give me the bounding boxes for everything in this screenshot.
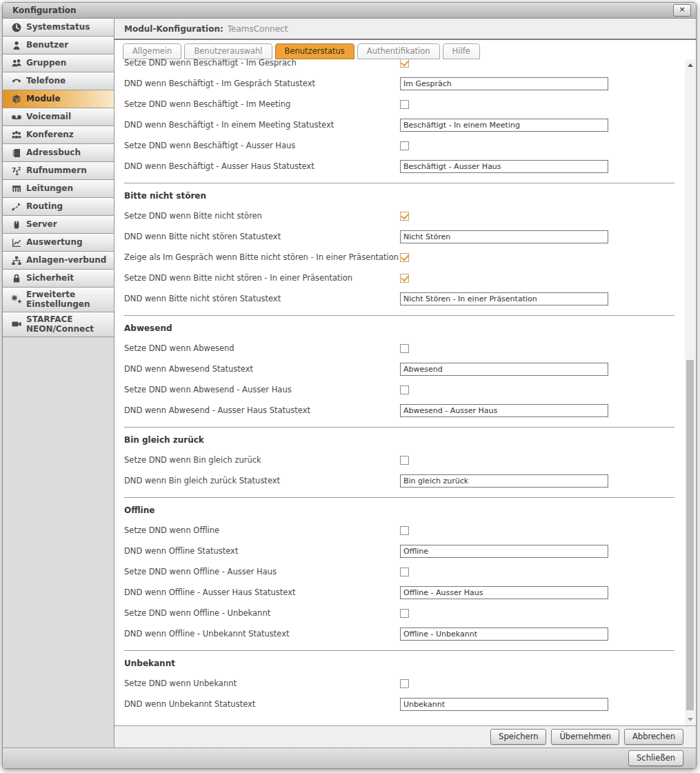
sidebar-item-module[interactable]: Module <box>3 90 114 108</box>
field-label: Setze DND wenn Bitte nicht stören <box>124 211 400 221</box>
form-row: Setze DND wenn Bitte nicht stören <box>124 205 684 226</box>
content-area: Modul-Konfiguration: TeamsConnect Allgem… <box>114 19 696 747</box>
apply-button[interactable]: Übernehmen <box>551 729 619 745</box>
sidebar-item-konferenz[interactable]: Konferenz <box>3 126 114 144</box>
sidebar-item-erweiterte-einstellungen[interactable]: Erweiterte Einstellungen <box>3 288 114 312</box>
section-divider <box>124 183 674 183</box>
tab-allgemein[interactable]: Allgemein <box>123 43 181 59</box>
sidebar-item-telefone[interactable]: Telefone <box>3 72 114 90</box>
checkbox[interactable] <box>400 568 409 576</box>
text-input[interactable] <box>400 363 608 376</box>
sidebar-item-label: Systemstatus <box>26 22 90 32</box>
checkbox[interactable] <box>400 274 409 283</box>
form-row: Setze DND wenn Beschäftigt - Ausser Haus <box>124 135 684 156</box>
sidebar-item-label: Server <box>26 219 57 229</box>
tab-authentifikation[interactable]: Authentifikation <box>357 43 440 59</box>
sidebar-item-label: Rufnummern <box>26 165 87 175</box>
book-icon <box>7 148 26 159</box>
section-title: Offline <box>124 501 684 520</box>
field-label: Setze DND wenn Beschäftigt - Ausser Haus <box>124 141 400 150</box>
sidebar-item-rufnummern[interactable]: 712Rufnummern <box>3 162 114 180</box>
save-button[interactable]: Speichern <box>490 729 546 745</box>
close-icon[interactable]: × <box>673 4 691 17</box>
sidebar-item-starface-neon-connect[interactable]: STARFACE NEON/Connect <box>3 312 114 337</box>
checkbox[interactable] <box>400 212 409 221</box>
sidebar-item-anlagen-verbund[interactable]: Anlagen-verbund <box>3 252 114 270</box>
form-row: DND wenn Unbekannt Statustext <box>124 694 684 714</box>
scroll-up-icon[interactable] <box>685 60 695 70</box>
tab-benutzerauswahl[interactable]: Benutzerauswahl <box>184 43 272 59</box>
sidebar-item-benutzer[interactable]: Benutzer <box>3 37 114 54</box>
checkbox[interactable] <box>400 609 409 618</box>
sidebar-item-systemstatus[interactable]: Systemstatus <box>3 19 114 37</box>
text-input[interactable] <box>400 404 608 417</box>
sidebar-item-label: Telefone <box>26 76 66 86</box>
sidebar-item-gruppen[interactable]: Gruppen <box>3 54 114 72</box>
form-row: DND wenn Offline - Ausser Haus Statustex… <box>124 582 684 603</box>
checkbox[interactable] <box>400 679 409 688</box>
text-input[interactable] <box>400 292 608 305</box>
field-label: Setze DND wenn Offline <box>124 525 400 535</box>
route-icon <box>7 201 26 212</box>
tab-bar: AllgemeinBenutzerauswahlBenutzerstatusAu… <box>114 40 696 59</box>
checkbox[interactable] <box>400 344 409 353</box>
text-input[interactable] <box>400 474 608 488</box>
cancel-button[interactable]: Abbrechen <box>624 729 683 745</box>
text-input[interactable] <box>400 545 608 558</box>
vertical-scrollbar[interactable] <box>685 59 695 725</box>
configuration-window: Konfiguration × SystemstatusBenutzerGrup… <box>2 2 697 769</box>
checkbox[interactable] <box>400 385 409 394</box>
field-label: DND wenn Abwesend Statustext <box>124 364 400 374</box>
numbers-icon: 712 <box>7 165 26 177</box>
sidebar-item-sicherheit[interactable]: Sicherheit <box>3 270 114 288</box>
tab-benutzerstatus[interactable]: Benutzerstatus <box>275 43 354 59</box>
scrollbar-thumb[interactable] <box>686 360 694 710</box>
advanced-icon <box>7 294 26 305</box>
text-input[interactable] <box>400 119 608 132</box>
field-label: DND wenn Offline - Ausser Haus Statustex… <box>124 588 400 597</box>
sidebar-item-adressbuch[interactable]: Adressbuch <box>3 144 114 162</box>
title-bar: Konfiguration × <box>3 3 696 19</box>
field-label: Setze DND wenn Beschäftigt - Im Gespräch <box>124 59 400 68</box>
text-input[interactable] <box>400 628 608 641</box>
form-row: Setze DND wenn Beschäftigt - Im Meeting <box>124 94 684 114</box>
checkbox[interactable] <box>400 253 409 262</box>
form-row: DND wenn Bitte nicht stören Statustext <box>124 288 684 309</box>
form-row: Setze DND wenn Offline - Unbekannt <box>124 603 684 623</box>
close-window-button[interactable]: Schließen <box>628 750 683 766</box>
sidebar-item-routing[interactable]: Routing <box>3 198 114 216</box>
main-area: SystemstatusBenutzerGruppenTelefoneModul… <box>3 19 696 747</box>
checkbox[interactable] <box>400 456 409 465</box>
field-label: DND wenn Bitte nicht stören Statustext <box>124 232 400 241</box>
form-row: DND wenn Offline Statustext <box>124 541 684 561</box>
text-input[interactable] <box>400 230 608 243</box>
sidebar-item-label: Routing <box>26 201 63 211</box>
form-row: DND wenn Bin gleich zurück Statustext <box>124 470 684 491</box>
tab-hilfe[interactable]: Hilfe <box>443 43 480 59</box>
text-input[interactable] <box>400 77 608 90</box>
sidebar-item-label: Leitungen <box>26 183 73 193</box>
field-label: Setze DND wenn Offline - Unbekannt <box>124 608 400 618</box>
checkbox[interactable] <box>400 100 409 109</box>
svg-text:2: 2 <box>18 166 21 172</box>
text-input[interactable] <box>400 698 608 711</box>
sidebar-item-auswertung[interactable]: Auswertung <box>3 234 114 252</box>
sidebar-item-leitungen[interactable]: Leitungen <box>3 180 114 198</box>
text-input[interactable] <box>400 160 608 173</box>
text-input[interactable] <box>400 586 608 599</box>
checkbox[interactable] <box>400 59 409 68</box>
checkbox[interactable] <box>400 526 409 535</box>
form-button-bar: Speichern Übernehmen Abbrechen <box>114 725 696 747</box>
field-label: Setze DND wenn Unbekannt <box>124 679 400 688</box>
sidebar-item-label: Konferenz <box>26 130 74 139</box>
checkbox[interactable] <box>400 141 409 150</box>
sidebar-item-label: Anlagen-verbund <box>26 255 106 265</box>
scroll-down-icon[interactable] <box>685 714 695 725</box>
sidebar-item-voicemail[interactable]: Voicemail <box>3 108 114 126</box>
field-label: DND wenn Unbekannt Statustext <box>124 699 400 709</box>
field-label: DND wenn Offline - Unbekannt Statustext <box>124 629 400 639</box>
sidebar-item-label: Adressbuch <box>26 148 81 157</box>
sidebar-item-server[interactable]: Server <box>3 216 114 234</box>
form-row: Setze DND wenn Abwesend - Ausser Haus <box>124 379 684 400</box>
field-label: DND wenn Bin gleich zurück Statustext <box>124 476 400 485</box>
